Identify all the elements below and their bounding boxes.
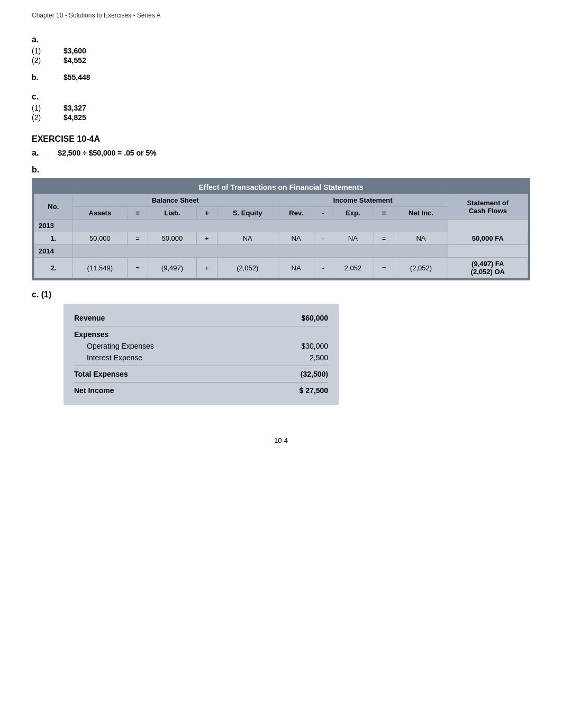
year-2014: 2014 [34, 245, 73, 258]
item-a2-val: $4,552 [64, 56, 86, 65]
row1-exp: NA [332, 232, 374, 245]
net-income-label: Net Income [74, 386, 114, 395]
row1-eq: = [128, 232, 148, 245]
net-income-val: $ 27,500 [286, 386, 328, 395]
item-c2-num: (2) [32, 113, 64, 122]
col-net-inc: Net Inc. [394, 207, 448, 220]
page-number: 10-4 [32, 436, 530, 444]
header-text: Chapter 10 - Solutions to Exercises - Se… [32, 12, 160, 19]
row2-liab: (9,497) [148, 258, 196, 278]
row2-net-inc: (2,052) [394, 258, 448, 278]
row1-net-inc: NA [394, 232, 448, 245]
row1-assets: 50,000 [72, 232, 127, 245]
row1-cash-flows: 50,000 FA [448, 232, 528, 245]
int-exp-row: Interest Expense 2,500 [74, 352, 328, 363]
item-c1-num: (1) [32, 104, 64, 112]
int-exp-val: 2,500 [286, 353, 328, 362]
effect-table-title: Effect of Transactions on Financial Stat… [34, 180, 528, 194]
row1-eq2: = [374, 232, 394, 245]
int-exp-label: Interest Expense [87, 353, 142, 362]
op-exp-val: $30,000 [286, 342, 328, 350]
col-liab: Liab. [148, 207, 196, 220]
col-eq: = [128, 207, 148, 220]
year-2014-row: 2014 [34, 245, 528, 258]
total-exp-row: Total Expenses (32,500) [74, 368, 328, 380]
total-exp-label: Total Expenses [74, 370, 128, 378]
part-a-text: $2,500 ÷ $50,000 = .05 or 5% [58, 149, 156, 157]
item-c1-val: $3,327 [64, 104, 86, 112]
revenue-label: Revenue [74, 314, 105, 322]
net-income-row: Net Income $ 27,500 [74, 385, 328, 396]
effect-table: No. Balance Sheet Income Statement State… [34, 194, 528, 278]
effect-table-wrapper: Effect of Transactions on Financial Stat… [32, 178, 530, 280]
part-b-label: b. [32, 165, 530, 175]
exercise-title: EXERCISE 10-4A [32, 134, 530, 144]
year-2013: 2013 [34, 220, 73, 232]
table-row-2: 2. (11,549) = (9,497) + (2,052) NA - 2,0… [34, 258, 528, 278]
row2-no: 2. [34, 258, 73, 278]
row1-plus: + [196, 232, 217, 245]
op-exp-row: Operating Expenses $30,000 [74, 340, 328, 352]
col-plus: + [196, 207, 217, 220]
row2-cash-flows-2: (2,052) OA [471, 268, 505, 276]
year-2013-row: 2013 [34, 220, 528, 232]
col-statement-of: Statement ofCash Flows [448, 194, 528, 220]
row2-minus: - [314, 258, 332, 278]
item-a1-val: $3,600 [64, 47, 86, 55]
col-assets: Assets [72, 207, 127, 220]
col-exp: Exp. [332, 207, 374, 220]
row2-rev: NA [278, 258, 314, 278]
revenue-row: Revenue $60,000 [74, 312, 328, 324]
revenue-val: $60,000 [286, 314, 328, 322]
income-statement-box: Revenue $60,000 Expenses Operating Expen… [64, 304, 339, 405]
item-a2-num: (2) [32, 56, 64, 65]
col-s-equity: S. Equity [217, 207, 278, 220]
row1-liab: 50,000 [148, 232, 196, 245]
part-a-label: a. [32, 148, 39, 158]
col-no: No. [34, 194, 73, 220]
row1-rev: NA [278, 232, 314, 245]
section-b-label: b. [32, 73, 64, 81]
row1-s-equity: NA [217, 232, 278, 245]
row2-cash-flows-1: (9,497) FA [472, 260, 504, 268]
item-c2-val: $4,825 [64, 113, 86, 122]
col-income-statement: Income Statement [278, 194, 448, 207]
row2-cash-flows: (9,497) FA (2,052) OA [448, 258, 528, 278]
row2-plus: + [196, 258, 217, 278]
col-eq2: = [374, 207, 394, 220]
row1-no: 1. [34, 232, 73, 245]
row1-minus: - [314, 232, 332, 245]
section-a-label: a. [32, 35, 530, 44]
c1-label: c. (1) [32, 290, 530, 299]
op-exp-label: Operating Expenses [87, 342, 154, 350]
item-a1-num: (1) [32, 47, 64, 55]
expenses-header-row: Expenses [74, 329, 328, 340]
row2-eq: = [128, 258, 148, 278]
row2-s-equity: (2,052) [217, 258, 278, 278]
row2-assets: (11,549) [72, 258, 127, 278]
col-balance-sheet: Balance Sheet [72, 194, 278, 207]
table-row-1: 1. 50,000 = 50,000 + NA NA - NA = NA 50,… [34, 232, 528, 245]
section-b-val: $55,448 [64, 73, 90, 84]
col-minus: - [314, 207, 332, 220]
expenses-label: Expenses [74, 330, 108, 339]
total-exp-val: (32,500) [286, 370, 328, 378]
header: Chapter 10 - Solutions to Exercises - Se… [32, 11, 530, 19]
col-rev: Rev. [278, 207, 314, 220]
section-c-label: c. [32, 92, 530, 102]
row2-exp: 2,052 [332, 258, 374, 278]
row2-eq2: = [374, 258, 394, 278]
